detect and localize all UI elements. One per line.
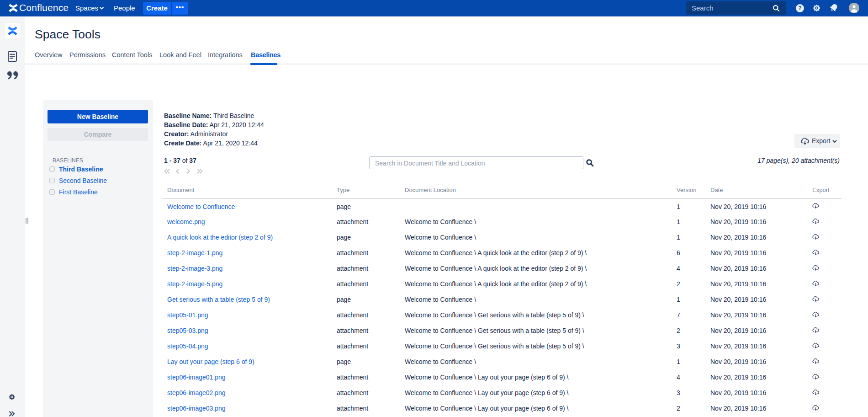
svg-text:?: ? bbox=[798, 5, 801, 11]
